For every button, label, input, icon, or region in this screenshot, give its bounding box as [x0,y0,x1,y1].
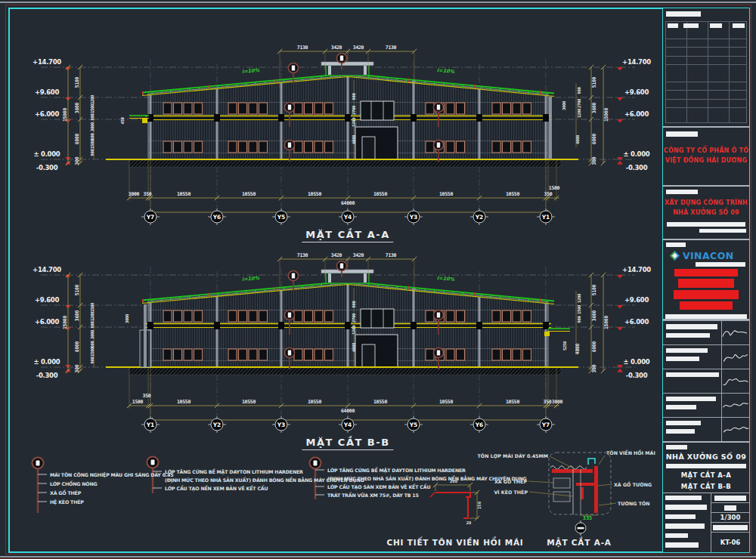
sheet-title-1: MẶT CẮT A-A [663,470,749,481]
redacted-bar [699,229,746,233]
redacted-bar [665,523,705,529]
redacted-bar [666,397,716,401]
drawing-name: NHÀ XƯỞNG SỐ 09 [663,452,749,461]
footer-left-column [663,493,711,552]
section-b-title: MẶT CẮT B-B [302,437,393,450]
drawing-scale: 1/300 [720,514,741,521]
detail-label: TÔN LỢP MÁI DÀY 0.45MM [478,453,548,459]
redacted-bar [665,314,747,319]
section-a-title: MẶT CẮT A-A [302,229,393,242]
signature-row [663,320,749,344]
redacted-bar [666,429,695,434]
signature-icon [722,348,749,366]
redacted-bar [733,23,745,28]
revision-table [663,8,749,128]
revision-grid [665,21,747,123]
section-detail-title: MẶT CẮT A-A [547,538,611,547]
signature-row [663,344,749,369]
grid-bubbles: Y7Y6Y5Y4Y3Y2Y1 [15,38,658,249]
redacted-bar [666,445,687,449]
redacted-red-bar [674,290,739,299]
grid-bubble: Y1 [540,211,553,224]
redacted-bar [666,357,699,361]
title-block: CÔNG TY CỔ PHẦN Ô TÔ VIỆT ĐỒNG HẢI DƯƠNG… [662,8,750,553]
redacted-bar [666,324,717,329]
detail-label: XÀ GỒ THÉP [494,479,527,484]
sheet-title-2: MẶT CẮT B-B [663,481,749,493]
signature-section [663,320,749,441]
redacted-bar [666,190,698,194]
grid-bubble: Y7 [144,211,157,224]
redacted-bar [710,23,722,28]
redacted-bar [665,514,696,519]
redacted-bar [666,405,696,409]
detail-label: XÀ GỒ TƯỜNG [614,482,652,487]
grid-bubbles: Y1Y2Y3Y4Y5Y6Y7 [15,246,658,457]
legend-and-details: MÁI TÔN CÔNG NGHIỆP MÀU GHI SÁNG DÀY 0.4… [15,449,658,555]
footer-table: 1/300 KT-06 [663,493,749,552]
section-b-drawing: +14.700+9.600+6.000± 0.000-0.300 +14.700… [15,246,658,457]
redacted-red-bar [680,301,733,310]
redacted-red-bar [678,279,734,288]
signature-icon [722,372,749,391]
grid-bubble: Y6 [211,211,224,224]
company-name-line1: CÔNG TY CỔ PHẦN Ô TÔ [663,146,749,156]
redacted-bar [665,542,699,548]
grid-bubble: Y6 [473,418,486,431]
dim-label: 200 [450,479,457,483]
drawing-name-section: NHÀ XƯỞNG SỐ 09 MẶT CẮT A-A MẶT CẮT B-B [663,441,749,493]
redacted-bar [724,505,736,511]
signature-row [663,369,749,393]
detail-label: TÔN VIỀN HỒI MÁI [606,450,655,456]
signature-row [663,417,749,441]
company-name-line2: VIỆT ĐỒNG HẢI DƯƠNG [663,156,749,165]
redacted-red-bar [674,269,738,276]
detail-label: TƯỜNG TÔN [618,501,650,506]
grid-bubble: Y4 [342,418,355,431]
grid-bubble: Y2 [211,418,224,431]
redacted-bar [666,131,698,137]
dim-label: 20 [466,520,472,525]
redacted-bar [667,222,745,227]
footer-right-column: 1/300 KT-06 [711,493,749,552]
signature-icon [722,397,749,415]
flashing-detail-title: CHI TIẾT TÔN VIỀN HỒI MÁI [386,538,523,547]
project-line2: NHÀ XƯỞNG SỐ 09 [663,208,749,218]
detail-dim: 335 [583,515,593,521]
sheet-number: KT-06 [720,539,741,546]
redacted-bar [713,525,748,530]
grid-bubble: Y1 [144,418,157,431]
grid-bubble: Y4 [342,211,355,224]
redacted-bar [666,464,746,468]
redacted-bar [668,23,678,28]
logo-section: VINACON [663,240,749,320]
redacted-bar [666,242,686,247]
company-section: CÔNG TY CỔ PHẦN Ô TÔ VIỆT ĐỒNG HẢI DƯƠNG [663,128,749,187]
grid-bubble: Y3 [275,418,288,431]
redacted-bar [683,23,699,28]
vinacon-logo: VINACON [669,250,749,261]
signature-row [663,393,749,417]
project-section: XÂY DỰNG CÔNG TRÌNH NHÀ XƯỞNG SỐ 09 [663,187,749,240]
redacted-bar [714,496,746,501]
redacted-bar [665,533,688,538]
dim-label: 150 [477,502,482,509]
grid-bubble: Y5 [407,418,420,431]
grid-bubble: Y3 [407,211,420,224]
redacted-bar [666,372,719,377]
redacted-bar [665,505,707,510]
redacted-bar [666,421,701,425]
grid-bubble: Y5 [275,211,288,224]
signature-icon [722,324,749,342]
cad-canvas: +14.700+9.600+6.000± 0.000-0.300 +14.700… [0,0,756,559]
section-a-drawing: +14.700+9.600+6.000± 0.000-0.300 +14.700… [15,38,658,249]
redacted-bar [666,11,701,17]
vinacon-diamond-icon [669,250,680,261]
detail-label: VÌ KÈO THÉP [494,490,528,495]
grid-bubble: Y2 [473,211,486,224]
signature-icon [722,421,749,439]
grid-bubble: Y7 [540,418,553,431]
redacted-bar [696,262,745,267]
redacted-bar [665,496,702,500]
top-divider [0,2,756,3]
